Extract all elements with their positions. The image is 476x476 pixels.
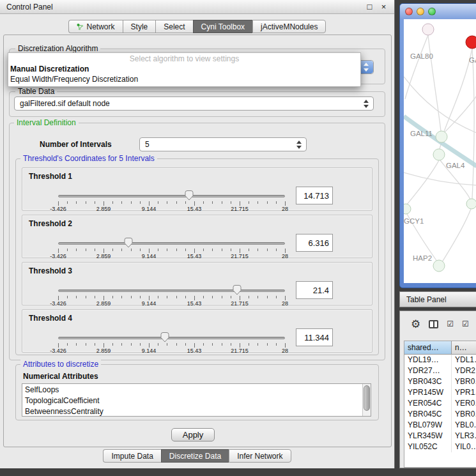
table-cell: YIL052C <box>404 441 452 452</box>
slider-tick-labels: -3.4262.8599.14415.4321.71528 <box>58 253 285 259</box>
combo-stepper-icon[interactable] <box>359 61 373 73</box>
network-node[interactable] <box>466 36 476 49</box>
tick-label: -3.426 <box>50 348 66 354</box>
table-data-combo[interactable]: galFiltered.sif default node <box>14 96 374 111</box>
network-edge <box>407 160 439 204</box>
thresholds-host: Threshold 1 -3.4262.8599.14415.4321.7152… <box>15 158 379 355</box>
number-of-intervals-value: 5 <box>145 140 150 149</box>
slider-thumb[interactable] <box>233 285 242 295</box>
threshold-slider[interactable]: -3.4262.8599.14415.4321.71528 <box>58 241 285 259</box>
zoom-window-icon[interactable] <box>428 8 436 15</box>
columns-icon[interactable] <box>429 320 438 328</box>
gear-icon[interactable]: ⚙ <box>411 318 420 331</box>
threshold-value-field[interactable] <box>296 328 333 346</box>
table-data-combo-value: galFiltered.sif default node <box>20 99 110 108</box>
threshold-label: Threshold 3 <box>29 266 72 275</box>
attribute-item[interactable]: BetweennessCentrality <box>25 406 362 417</box>
threshold-slider[interactable]: -3.4262.8599.14415.4321.71528 <box>58 194 285 211</box>
combo-arrows-icon <box>296 140 302 150</box>
apply-button[interactable]: Apply <box>171 428 215 441</box>
threshold-value-field[interactable] <box>296 234 333 252</box>
threshold-value-field[interactable] <box>296 187 333 204</box>
tab-discretize-data[interactable]: Discretize Data <box>161 449 229 463</box>
tick-label: 9.144 <box>142 348 157 354</box>
tick-label: -3.426 <box>50 206 66 212</box>
table-row[interactable]: YBR043CYBR0… <box>404 376 476 387</box>
table-row[interactable]: YLR345WYLR3… <box>404 431 476 441</box>
table-row[interactable]: YER054CYER0… <box>404 398 476 409</box>
tab-impute-data[interactable]: Impute Data <box>103 449 160 463</box>
network-node[interactable] <box>404 204 411 214</box>
column-header-shared-name[interactable]: shared… <box>404 341 452 354</box>
network-canvas[interactable]: GAL80GAGAL11GAL4GCY1HAP2 <box>404 19 476 283</box>
network-node[interactable] <box>436 131 447 142</box>
network-view-window: GAL80GAGAL11GAL4GCY1HAP2 <box>399 3 476 288</box>
scrollbar-thumb[interactable] <box>364 385 370 411</box>
control-panel-titlebar: Control Panel □ × <box>0 0 394 14</box>
algorithm-option-equal-width[interactable]: Equal Width/Frequency Discretization <box>8 74 360 84</box>
tab-select[interactable]: Select <box>155 20 192 33</box>
table-row[interactable]: YIL052CYIL0… <box>404 441 476 452</box>
number-of-intervals-label: Number of Intervals <box>40 140 112 149</box>
tick-label: 15.43 <box>187 253 202 259</box>
show-all-columns-icon[interactable]: ☑ <box>447 319 454 328</box>
table-panel-title: Table Panel <box>406 295 447 304</box>
table-row[interactable]: YDR27…YDR2… <box>404 365 476 376</box>
tick-label: 21.715 <box>231 348 249 354</box>
slider-track[interactable] <box>58 289 285 292</box>
tick-label: 9.144 <box>142 206 157 212</box>
slider-tick-labels: -3.4262.8599.14415.4321.71528 <box>58 300 285 307</box>
tab-infer-network[interactable]: Infer Network <box>229 449 291 463</box>
tab-style[interactable]: Style <box>123 20 156 33</box>
slider-track[interactable] <box>58 337 285 339</box>
slider-thumb[interactable] <box>160 332 169 342</box>
threshold-slider[interactable]: -3.4262.8599.14415.4321.71528 <box>58 288 285 306</box>
tab-cyni-toolbox[interactable]: Cyni Toolbox <box>193 20 252 33</box>
table-row[interactable]: YBL079WYBL0… <box>404 420 476 431</box>
minimize-window-icon[interactable] <box>417 8 424 15</box>
threshold-slider[interactable]: -3.4262.8599.14415.4321.71528 <box>58 335 285 353</box>
tab-label: Cyni Toolbox <box>201 22 245 31</box>
table-row[interactable]: YPR145WYPR1… <box>404 387 476 398</box>
algorithm-hint-item: Select algorithm to view settings <box>8 54 360 64</box>
table-cell: YER0… <box>452 398 476 409</box>
numerical-attributes-listbox: SelfLoopsTopologicalCoefficientBetweenne… <box>22 383 371 417</box>
table-cell: YPR1… <box>452 387 476 398</box>
column-header-name[interactable]: n… <box>452 341 476 354</box>
threshold-label: Threshold 4 <box>29 314 72 323</box>
close-window-icon[interactable] <box>405 8 413 15</box>
table-row[interactable]: YDL19…YDL1… <box>404 355 476 365</box>
threshold-label: Threshold 2 <box>29 219 72 228</box>
algorithm-option-manual[interactable]: Manual Discretization <box>8 64 360 74</box>
threshold-value-field[interactable] <box>296 281 333 299</box>
network-node[interactable] <box>422 24 434 35</box>
tick-label: 2.859 <box>96 206 111 212</box>
network-node[interactable] <box>433 149 445 160</box>
panel-title: Control Panel <box>6 3 53 12</box>
slider-ticks <box>58 249 285 253</box>
threshold-panel: Threshold 1 -3.4262.8599.14415.4321.7152… <box>22 167 372 211</box>
table-row[interactable]: YBR045CYBR0… <box>404 409 476 420</box>
slider-track[interactable] <box>58 242 285 245</box>
network-canvas-svg: GAL80GAGAL11GAL4GCY1HAP2 <box>404 19 476 283</box>
network-node[interactable] <box>466 199 476 209</box>
float-panel-icon[interactable]: □ <box>365 3 374 11</box>
list-scrollbar[interactable] <box>362 384 371 416</box>
slider-track[interactable] <box>58 195 285 197</box>
tab-network[interactable]: Network <box>68 20 123 33</box>
attribute-item[interactable]: TopologicalCoefficient <box>25 395 362 406</box>
hide-columns-icon[interactable]: ☑ <box>462 319 469 328</box>
network-window-titlebar <box>400 4 476 19</box>
tick-label: 15.43 <box>187 206 202 212</box>
number-of-intervals-combo[interactable]: 5 <box>139 137 307 151</box>
slider-thumb[interactable] <box>124 238 133 248</box>
attribute-item[interactable]: SelfLoops <box>25 385 362 395</box>
slider-thumb[interactable] <box>185 190 194 201</box>
threshold-panel: Threshold 3 -3.4262.8599.14415.4321.7152… <box>22 262 372 305</box>
table-cell: YLR3… <box>452 431 476 441</box>
tab-jactivemnodules[interactable]: jActiveMNodules <box>252 20 326 33</box>
network-node[interactable] <box>433 260 445 272</box>
table-body: YDL19…YDL1…YDR27…YDR2…YBR043CYBR0…YPR145… <box>404 355 476 452</box>
threshold-label: Threshold 1 <box>29 172 72 181</box>
close-panel-icon[interactable]: × <box>380 3 388 11</box>
